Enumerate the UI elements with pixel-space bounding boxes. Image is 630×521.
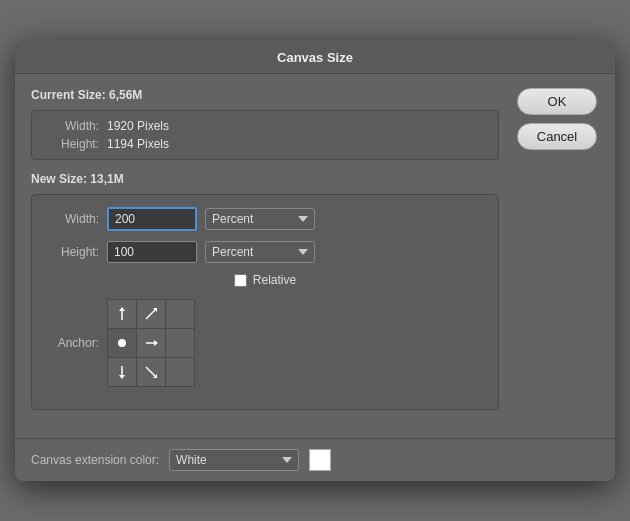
- current-height-label: Height:: [44, 137, 99, 151]
- anchor-grid: [107, 299, 195, 387]
- current-width-value: 1920 Pixels: [107, 119, 169, 133]
- anchor-bottom-center[interactable]: [137, 358, 165, 386]
- svg-marker-6: [154, 340, 158, 346]
- current-size-title: Current Size: 6,56M: [31, 88, 499, 102]
- anchor-middle-center[interactable]: [137, 329, 165, 357]
- current-width-label: Width:: [44, 119, 99, 133]
- anchor-top-left[interactable]: [108, 300, 136, 328]
- width-field-label: Width:: [44, 212, 99, 226]
- anchor-middle-right[interactable]: [166, 329, 194, 357]
- canvas-ext-label: Canvas extension color:: [31, 453, 159, 467]
- svg-marker-1: [119, 307, 125, 311]
- current-width-row: Width: 1920 Pixels: [44, 119, 486, 133]
- dialog-body: Current Size: 6,56M Width: 1920 Pixels H…: [15, 74, 615, 438]
- dialog-title: Canvas Size: [15, 40, 615, 74]
- canvas-size-dialog: Canvas Size Current Size: 6,56M Width: 1…: [15, 40, 615, 481]
- width-unit-select[interactable]: Percent Pixels Inches Centimeters Millim…: [205, 208, 315, 230]
- relative-checkbox[interactable]: [234, 274, 247, 287]
- left-panel: Current Size: 6,56M Width: 1920 Pixels H…: [15, 74, 515, 438]
- current-size-group: Width: 1920 Pixels Height: 1194 Pixels: [31, 110, 499, 160]
- height-input[interactable]: [107, 241, 197, 263]
- ok-button[interactable]: OK: [517, 88, 597, 115]
- relative-label: Relative: [253, 273, 296, 287]
- new-size-section: New Size: 13,1M Width: Percent Pixels In…: [31, 172, 499, 410]
- current-height-value: 1194 Pixels: [107, 137, 169, 151]
- anchor-bottom-left[interactable]: [108, 358, 136, 386]
- anchor-row: Anchor:: [44, 299, 486, 387]
- cancel-button[interactable]: Cancel: [517, 123, 597, 150]
- svg-line-2: [146, 310, 155, 319]
- svg-marker-8: [119, 375, 125, 379]
- canvas-extension-color-select[interactable]: White Black Gray Foreground Background O…: [169, 449, 299, 471]
- svg-point-4: [118, 339, 126, 347]
- bottom-bar: Canvas extension color: White Black Gray…: [15, 438, 615, 481]
- height-unit-select[interactable]: Percent Pixels Inches Centimeters Millim…: [205, 241, 315, 263]
- relative-row: Relative: [44, 273, 486, 287]
- current-height-row: Height: 1194 Pixels: [44, 137, 486, 151]
- height-field-label: Height:: [44, 245, 99, 259]
- anchor-label: Anchor:: [44, 336, 99, 350]
- height-row: Height: Percent Pixels Inches Centimeter…: [44, 241, 486, 263]
- right-panel: OK Cancel: [515, 74, 615, 438]
- anchor-top-center[interactable]: [137, 300, 165, 328]
- svg-line-9: [146, 367, 155, 376]
- anchor-bottom-right[interactable]: [166, 358, 194, 386]
- anchor-top-right[interactable]: [166, 300, 194, 328]
- current-size-section: Current Size: 6,56M Width: 1920 Pixels H…: [31, 88, 499, 160]
- anchor-middle-left[interactable]: [108, 329, 136, 357]
- width-input[interactable]: [107, 207, 197, 231]
- color-swatch[interactable]: [309, 449, 331, 471]
- width-row: Width: Percent Pixels Inches Centimeters…: [44, 207, 486, 231]
- new-size-group: Width: Percent Pixels Inches Centimeters…: [31, 194, 499, 410]
- new-size-title: New Size: 13,1M: [31, 172, 499, 186]
